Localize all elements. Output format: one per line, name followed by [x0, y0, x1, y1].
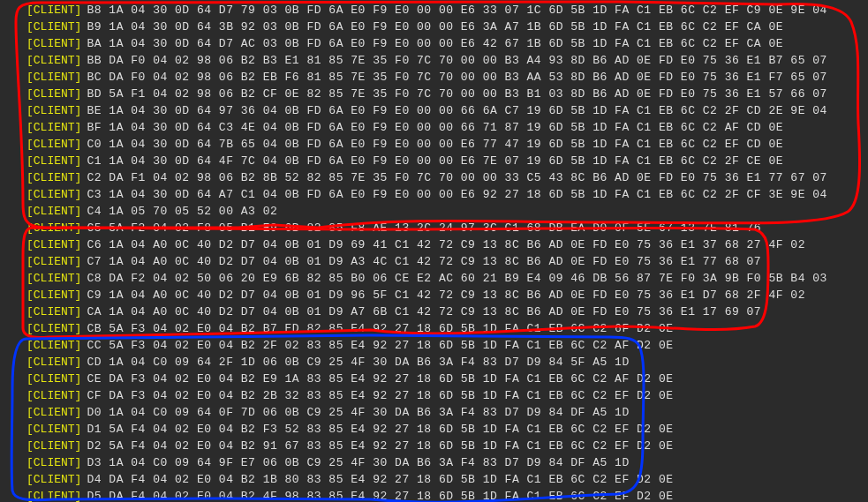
hex-bytes: B8 1A 04 30 0D 64 D7 79 03 0B FD 6A E0 F…: [87, 2, 826, 19]
log-panel: [CLIENT]B8 1A 04 30 0D 64 D7 79 03 0B FD…: [26, 0, 848, 502]
hex-bytes: C7 1A 04 A0 0C 40 D2 D7 04 0B 01 D9 A3 4…: [87, 253, 761, 270]
client-tag: [CLIENT]: [26, 337, 81, 354]
log-line: [CLIENT]CF DA F3 04 02 E0 04 B2 2B 32 83…: [26, 387, 848, 404]
hex-bytes: CC 5A F3 04 02 E0 04 B2 2F 02 83 85 E4 9…: [87, 337, 673, 354]
client-tag: [CLIENT]: [26, 19, 81, 35]
client-tag: [CLIENT]: [26, 253, 81, 270]
hex-bytes: B9 1A 04 30 0D 64 3B 92 03 0B FD 6A E0 F…: [87, 19, 783, 35]
hex-bytes: BE 1A 04 30 0D 64 97 36 04 0B FD 6A E0 F…: [87, 102, 826, 119]
hex-bytes: CF DA F3 04 02 E0 04 B2 2B 32 83 85 E4 9…: [87, 387, 673, 404]
client-tag: [CLIENT]: [26, 52, 81, 69]
client-tag: [CLIENT]: [26, 421, 81, 438]
log-line: [CLIENT]C8 DA F2 04 02 50 06 20 E9 6B 82…: [26, 270, 848, 287]
log-line: [CLIENT]C6 1A 04 A0 0C 40 D2 D7 04 0B 01…: [26, 236, 848, 253]
hex-bytes: D5 DA F4 04 02 E0 04 B2 4F 98 83 85 E4 9…: [87, 488, 673, 502]
log-line: [CLIENT]C9 1A 04 A0 0C 40 D2 D7 04 0B 01…: [26, 287, 848, 303]
hex-bytes: D1 5A F4 04 02 E0 04 B2 F3 52 83 85 E4 9…: [87, 421, 673, 438]
log-line: [CLIENT]C0 1A 04 30 0D 64 7B 65 04 0B FD…: [26, 136, 848, 153]
hex-bytes: BA 1A 04 30 0D 64 D7 AC 03 0B FD 6A E0 F…: [87, 35, 783, 52]
hex-bytes: D3 1A 04 C0 09 64 9F E7 06 0B C9 25 4F 3…: [87, 454, 629, 471]
client-tag: [CLIENT]: [26, 86, 81, 102]
log-line: [CLIENT]C4 1A 05 70 05 52 00 A3 02: [26, 203, 848, 220]
log-line: [CLIENT]B9 1A 04 30 0D 64 3B 92 03 0B FD…: [26, 19, 848, 35]
hex-bytes: C5 5A F2 04 02 F8 05 B1 E9 6B 82 85 F8 A…: [87, 220, 761, 236]
log-line: [CLIENT]C2 DA F1 04 02 98 06 B2 8B 52 82…: [26, 169, 848, 186]
client-tag: [CLIENT]: [26, 35, 81, 52]
hex-bytes: BD 5A F1 04 02 98 06 B2 CF 0E 82 85 7E 3…: [87, 86, 826, 102]
hex-bytes: CB 5A F3 04 02 E0 04 B2 B7 ED 82 85 E4 9…: [87, 320, 673, 337]
log-line: [CLIENT]BD 5A F1 04 02 98 06 B2 CF 0E 82…: [26, 86, 848, 102]
log-line: [CLIENT]D0 1A 04 C0 09 64 0F 7D 06 0B C9…: [26, 404, 848, 421]
client-tag: [CLIENT]: [26, 471, 81, 488]
hex-bytes: D2 5A F4 04 02 E0 04 B2 91 67 83 85 E4 9…: [87, 438, 673, 454]
hex-bytes: BB DA F0 04 02 98 06 B2 B3 E1 81 85 7E 3…: [87, 52, 826, 69]
client-tag: [CLIENT]: [26, 287, 81, 303]
log-line: [CLIENT]D5 DA F4 04 02 E0 04 B2 4F 98 83…: [26, 488, 848, 502]
client-tag: [CLIENT]: [26, 371, 81, 387]
log-line: [CLIENT]CE DA F3 04 02 E0 04 B2 E9 1A 83…: [26, 371, 848, 387]
log-line: [CLIENT]D1 5A F4 04 02 E0 04 B2 F3 52 83…: [26, 421, 848, 438]
log-line: [CLIENT]D3 1A 04 C0 09 64 9F E7 06 0B C9…: [26, 454, 848, 471]
client-tag: [CLIENT]: [26, 354, 81, 371]
hex-bytes: C0 1A 04 30 0D 64 7B 65 04 0B FD 6A E0 F…: [87, 136, 783, 153]
client-tag: [CLIENT]: [26, 320, 81, 337]
hex-bytes: CD 1A 04 C0 09 64 2F 1D 06 0B C9 25 4F 3…: [87, 354, 629, 371]
log-line: [CLIENT]BE 1A 04 30 0D 64 97 36 04 0B FD…: [26, 102, 848, 119]
client-tag: [CLIENT]: [26, 169, 81, 186]
client-tag: [CLIENT]: [26, 102, 81, 119]
client-tag: [CLIENT]: [26, 303, 81, 320]
log-line: [CLIENT]BC DA F0 04 02 98 06 B2 EB F6 81…: [26, 69, 848, 86]
log-line: [CLIENT]B8 1A 04 30 0D 64 D7 79 03 0B FD…: [26, 2, 848, 19]
log-line: [CLIENT]CC 5A F3 04 02 E0 04 B2 2F 02 83…: [26, 337, 848, 354]
client-tag: [CLIENT]: [26, 136, 81, 153]
client-tag: [CLIENT]: [26, 2, 81, 19]
log-line: [CLIENT]C1 1A 04 30 0D 64 4F 7C 04 0B FD…: [26, 153, 848, 169]
hex-bytes: C3 1A 04 30 0D 64 A7 C1 04 0B FD 6A E0 F…: [87, 186, 826, 203]
hex-bytes: C6 1A 04 A0 0C 40 D2 D7 04 0B 01 D9 69 4…: [87, 236, 805, 253]
log-line: [CLIENT]BA 1A 04 30 0D 64 D7 AC 03 0B FD…: [26, 35, 848, 52]
log-line: [CLIENT]C7 1A 04 A0 0C 40 D2 D7 04 0B 01…: [26, 253, 848, 270]
log-line: [CLIENT]D4 DA F4 04 02 E0 04 B2 1B 80 83…: [26, 471, 848, 488]
hex-bytes: C1 1A 04 30 0D 64 4F 7C 04 0B FD 6A E0 F…: [87, 153, 783, 169]
client-tag: [CLIENT]: [26, 404, 81, 421]
client-tag: [CLIENT]: [26, 69, 81, 86]
client-tag: [CLIENT]: [26, 153, 81, 169]
client-tag: [CLIENT]: [26, 387, 81, 404]
log-line: [CLIENT]C3 1A 04 30 0D 64 A7 C1 04 0B FD…: [26, 186, 848, 203]
client-tag: [CLIENT]: [26, 438, 81, 454]
log-line: [CLIENT]C5 5A F2 04 02 F8 05 B1 E9 6B 82…: [26, 220, 848, 236]
hex-bytes: D0 1A 04 C0 09 64 0F 7D 06 0B C9 25 4F 3…: [87, 404, 629, 421]
hex-bytes: C8 DA F2 04 02 50 06 20 E9 6B 82 85 B0 0…: [87, 270, 826, 287]
client-tag: [CLIENT]: [26, 220, 81, 236]
log-line: [CLIENT]BF 1A 04 30 0D 64 C3 4E 04 0B FD…: [26, 119, 848, 136]
log-line: [CLIENT]D2 5A F4 04 02 E0 04 B2 91 67 83…: [26, 438, 848, 454]
log-line: [CLIENT]CB 5A F3 04 02 E0 04 B2 B7 ED 82…: [26, 320, 848, 337]
client-tag: [CLIENT]: [26, 203, 81, 220]
client-tag: [CLIENT]: [26, 270, 81, 287]
hex-bytes: CA 1A 04 A0 0C 40 D2 D7 04 0B 01 D9 A7 6…: [87, 303, 761, 320]
hex-bytes: C2 DA F1 04 02 98 06 B2 8B 52 82 85 7E 3…: [87, 169, 826, 186]
client-tag: [CLIENT]: [26, 119, 81, 136]
client-tag: [CLIENT]: [26, 236, 81, 253]
log-line: [CLIENT]BB DA F0 04 02 98 06 B2 B3 E1 81…: [26, 52, 848, 69]
client-tag: [CLIENT]: [26, 488, 81, 502]
log-line: [CLIENT]CA 1A 04 A0 0C 40 D2 D7 04 0B 01…: [26, 303, 848, 320]
hex-bytes: BC DA F0 04 02 98 06 B2 EB F6 81 85 7E 3…: [87, 69, 826, 86]
client-tag: [CLIENT]: [26, 454, 81, 471]
client-tag: [CLIENT]: [26, 186, 81, 203]
hex-bytes: BF 1A 04 30 0D 64 C3 4E 04 0B FD 6A E0 F…: [87, 119, 783, 136]
hex-bytes: CE DA F3 04 02 E0 04 B2 E9 1A 83 85 E4 9…: [87, 371, 673, 387]
log-line: [CLIENT]CD 1A 04 C0 09 64 2F 1D 06 0B C9…: [26, 354, 848, 371]
hex-bytes: C9 1A 04 A0 0C 40 D2 D7 04 0B 01 D9 96 5…: [87, 287, 805, 303]
hex-bytes: C4 1A 05 70 05 52 00 A3 02: [87, 203, 277, 220]
hex-bytes: D4 DA F4 04 02 E0 04 B2 1B 80 83 85 E4 9…: [87, 471, 673, 488]
